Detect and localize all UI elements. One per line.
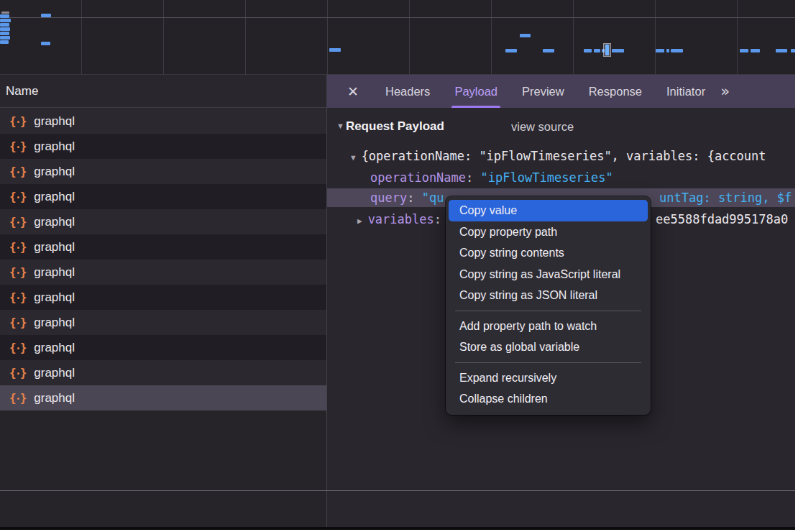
json-icon (9, 342, 27, 354)
tab-headers[interactable]: Headers (373, 75, 442, 108)
hover-marker-tick (605, 45, 609, 55)
payload-root-row[interactable]: ▼{operationName: "ipFlowTimeseries", var… (351, 147, 766, 165)
property-key: variables (368, 212, 441, 226)
json-icon (9, 116, 27, 127)
json-icon (9, 317, 27, 329)
property-value: "qu (422, 191, 444, 205)
request-bar (740, 49, 748, 52)
tab-preview[interactable]: Preview (510, 75, 577, 108)
menu-item-expand-recursively[interactable]: Expand recursively (449, 367, 648, 389)
request-name: graphql (34, 341, 75, 355)
menu-item-copy-value[interactable]: Copy value (449, 200, 648, 221)
tab-initiator[interactable]: Initiator (654, 75, 717, 108)
table-row[interactable]: graphql (0, 360, 326, 385)
property-key: operationName (370, 170, 473, 185)
request-bar (776, 49, 787, 52)
request-payload-section[interactable]: ▼Request Payload (336, 119, 444, 134)
request-name: graphql (34, 114, 75, 129)
request-bar (0, 19, 11, 22)
request-bar (0, 32, 9, 35)
request-name: graphql (34, 240, 75, 254)
json-icon (9, 191, 27, 203)
table-row[interactable]: graphql (0, 335, 326, 360)
request-name: graphql (34, 316, 75, 330)
request-bar (0, 14, 9, 18)
close-icon[interactable]: ✕ (346, 75, 360, 108)
request-bar (584, 49, 592, 52)
menu-item-copy-property-path[interactable]: Copy property path (449, 221, 648, 243)
request-bar (1, 12, 9, 14)
request-bar (41, 42, 50, 45)
more-tabs-icon[interactable]: » (720, 75, 730, 108)
request-bar (543, 49, 554, 52)
operation-name-row[interactable]: operationName "ipFlowTimeseries" (370, 168, 613, 187)
request-name: graphql (34, 139, 75, 154)
section-title: Request Payload (346, 119, 444, 134)
tab-payload[interactable]: Payload (442, 75, 510, 108)
table-row[interactable]: graphql (0, 209, 326, 234)
query-row[interactable]: query "qu (370, 188, 444, 207)
menu-item-collapse-children[interactable]: Collapse children (449, 388, 648, 410)
menu-item-copy-string-as-javascript-literal[interactable]: Copy string as JavaScript literal (449, 264, 648, 285)
query-value-continuation: untTag: string, $f (659, 188, 792, 207)
view-source-link[interactable]: view source (511, 120, 574, 134)
request-bar (329, 48, 341, 52)
table-row[interactable]: graphql (0, 109, 326, 134)
menu-separator (455, 311, 641, 311)
json-icon (9, 267, 27, 278)
object-preview: {operationName: "ipFlowTimeseries", vari… (362, 149, 766, 163)
json-icon (9, 216, 27, 228)
table-row[interactable]: graphql (0, 134, 326, 159)
menu-item-add-property-path-to-watch[interactable]: Add property path to watch (449, 316, 648, 337)
table-row[interactable]: graphql (0, 385, 326, 411)
request-name: graphql (34, 290, 75, 305)
table-row[interactable]: graphql (0, 310, 326, 335)
table-row[interactable]: graphql (0, 159, 326, 184)
devtools-network-panel: Name graphql graphql graphql graphql gra… (0, 0, 795, 530)
table-row[interactable]: graphql (0, 234, 326, 260)
request-bar (0, 27, 10, 31)
request-bar (41, 14, 51, 17)
request-bar (594, 49, 600, 52)
json-icon (9, 367, 27, 379)
request-name: graphql (34, 366, 75, 380)
request-name: graphql (34, 165, 75, 179)
menu-item-store-as-global-variable[interactable]: Store as global variable (449, 336, 648, 358)
variables-value-fragment: ee5588fdad995178a0 (656, 210, 788, 229)
context-menu: Copy valueCopy property pathCopy string … (446, 196, 651, 415)
overview-lane-divider (9, 17, 795, 18)
window-bottom-edge (0, 527, 795, 530)
request-bar (666, 49, 669, 52)
table-row[interactable]: graphql (0, 260, 326, 285)
request-name: graphql (34, 391, 75, 405)
request-bar (751, 49, 760, 52)
section-expanded-icon: ▼ (336, 121, 344, 130)
footer-divider (0, 490, 795, 491)
request-bar (791, 49, 795, 52)
menu-item-copy-string-contents[interactable]: Copy string contents (449, 242, 648, 264)
property-key: query (370, 191, 414, 205)
json-icon (9, 166, 27, 178)
request-bar (520, 34, 531, 37)
menu-item-copy-string-as-json-literal[interactable]: Copy string as JSON literal (449, 285, 648, 306)
request-name: graphql (34, 190, 75, 204)
details-tabbar: ✕ HeadersPayloadPreviewResponseInitiator… (327, 75, 795, 108)
menu-separator (455, 362, 641, 363)
property-value: "ipFlowTimeseries" (481, 170, 613, 185)
tab-response[interactable]: Response (577, 75, 654, 108)
table-row[interactable]: graphql (0, 285, 326, 310)
request-name: graphql (34, 215, 75, 229)
request-name: graphql (34, 265, 75, 280)
request-bar (505, 49, 517, 52)
request-bar (612, 49, 624, 52)
request-list: graphql graphql graphql graphql graphql … (0, 109, 326, 411)
overview-gridlines (0, 0, 795, 74)
request-bar (656, 49, 664, 52)
collapsed-icon[interactable]: ▶ (357, 216, 362, 226)
request-bar (0, 23, 9, 27)
table-row[interactable]: graphql (0, 184, 326, 209)
network-overview[interactable] (0, 0, 795, 75)
variables-row[interactable]: ▶variables (357, 210, 441, 229)
column-header-name[interactable]: Name (0, 75, 326, 108)
expanded-icon[interactable]: ▼ (351, 153, 356, 162)
